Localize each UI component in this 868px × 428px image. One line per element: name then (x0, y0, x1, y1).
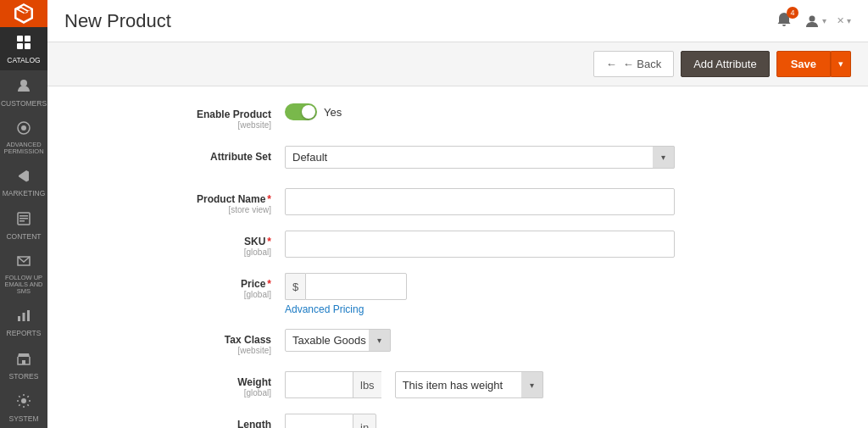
sidebar-item-customers-label: CUSTOMERS (1, 99, 47, 108)
sidebar-item-catalog-label: CATALOG (7, 56, 40, 64)
weight-field-name: Weight (237, 376, 271, 388)
product-form-content: Enable Product [website] Yes Attribute S… (47, 86, 868, 428)
weight-type-select-wrapper: This item has weight This item has no we… (395, 371, 543, 398)
advanced-pricing-link[interactable]: Advanced Pricing (285, 303, 407, 315)
page-title: New Product (64, 10, 171, 32)
enable-product-field-name: Enable Product (197, 108, 271, 120)
svg-rect-14 (22, 360, 25, 364)
sidebar-item-customers[interactable]: CUSTOMERS (0, 70, 47, 113)
weight-input[interactable] (285, 371, 353, 398)
svg-rect-3 (25, 43, 31, 49)
sidebar-item-content[interactable]: CONTENT (0, 203, 47, 246)
product-name-scope: [store view] (149, 205, 271, 214)
sku-row: SKU* [global] (149, 231, 776, 259)
price-input-row: $ (285, 273, 407, 300)
save-label: Save (791, 58, 816, 70)
back-button[interactable]: ← ← Back (593, 51, 675, 77)
svg-rect-2 (17, 43, 23, 49)
length-measure-wrapper: in (285, 414, 376, 428)
svg-rect-8 (19, 215, 28, 217)
svg-rect-11 (18, 316, 20, 321)
save-button[interactable]: Save (776, 51, 831, 77)
back-label: ← Back (623, 58, 662, 70)
weight-label-col: Weight [global] (149, 371, 285, 397)
back-arrow-icon: ← (606, 58, 617, 70)
length-field-name: Length (237, 419, 271, 428)
price-wrapper: $ Advanced Pricing (285, 273, 407, 315)
sidebar-item-system[interactable]: SYSTEM (0, 386, 47, 428)
close-icon: ✕ (837, 15, 844, 26)
attribute-set-field-name: Attribute Set (210, 151, 271, 163)
sidebar-item-stores-label: STORES (9, 372, 39, 381)
sidebar-item-followup[interactable]: FOLLOW UP EMAILS AND SMS (0, 246, 47, 301)
product-name-row: Product Name* [store view] (149, 188, 776, 217)
price-field-name: Price* (241, 278, 271, 290)
sidebar-item-catalog[interactable]: CATALOG (0, 27, 47, 69)
sku-required: * (267, 236, 271, 247)
sidebar-item-advancedpermission[interactable]: ADVANCED PERMISSION (0, 113, 47, 161)
enable-product-toggle[interactable] (285, 103, 317, 120)
price-row: Price* [global] $ Advanced Pricing (149, 273, 776, 315)
enable-product-control: Yes (285, 103, 776, 120)
save-button-group: Save ▾ (776, 51, 851, 77)
enable-product-value: Yes (324, 106, 342, 119)
customers-icon (16, 78, 31, 97)
weight-row: Weight [global] lbs This item has weight… (149, 371, 776, 400)
top-header: New Product 4 ▾ ✕ ▾ (47, 0, 868, 42)
stores-icon (16, 351, 31, 370)
length-input[interactable] (285, 414, 353, 428)
product-name-input[interactable] (285, 188, 675, 215)
sidebar-item-stores[interactable]: STORES (0, 343, 47, 386)
sidebar-logo[interactable] (0, 0, 47, 27)
svg-rect-12 (23, 313, 25, 321)
product-name-field-name: Product Name* (197, 193, 271, 205)
user-menu[interactable]: ▾ (805, 14, 826, 28)
sku-label-col: SKU* [global] (149, 231, 285, 257)
product-name-control (285, 188, 776, 215)
save-dropdown-button[interactable]: ▾ (831, 51, 851, 77)
price-prefix: $ (285, 273, 305, 300)
weight-unit: lbs (353, 371, 381, 398)
menu-chevron: ▾ (847, 16, 851, 25)
sku-input[interactable] (285, 231, 675, 258)
main-area: New Product 4 ▾ ✕ ▾ (47, 0, 868, 428)
system-icon (16, 393, 31, 412)
weight-type-select[interactable]: This item has weight This item has no we… (395, 371, 543, 398)
notifications-button[interactable]: 4 (773, 8, 795, 34)
svg-point-15 (21, 398, 26, 403)
price-label-col: Price* [global] (149, 273, 285, 299)
form-container: Enable Product [website] Yes Attribute S… (47, 86, 810, 428)
tax-class-row: Tax Class [website] Taxable Goods None ▾ (149, 329, 776, 358)
svg-point-16 (810, 15, 815, 21)
weight-control: lbs This item has weight This item has n… (285, 371, 776, 398)
sidebar: CATALOG CUSTOMERS ADVANCED PERMISSION MA… (0, 0, 47, 428)
reports-icon (16, 308, 31, 326)
tax-class-select[interactable]: Taxable Goods None (285, 329, 391, 352)
length-control: in (285, 414, 776, 428)
weight-scope: [global] (149, 388, 271, 397)
sidebar-item-content-label: CONTENT (6, 232, 41, 241)
attribute-set-control: Default ▾ (285, 146, 776, 169)
attribute-set-select-wrapper: Default ▾ (285, 146, 675, 169)
price-input[interactable] (305, 273, 407, 300)
sidebar-item-followup-label: FOLLOW UP EMAILS AND SMS (3, 275, 44, 296)
svg-point-6 (21, 125, 26, 131)
enable-product-row: Enable Product [website] Yes (149, 103, 776, 132)
advancedpermission-icon (16, 120, 31, 139)
sidebar-item-marketing[interactable]: MARKETING (0, 160, 47, 203)
weight-wrapper: lbs (285, 371, 381, 398)
save-dropdown-icon: ▾ (838, 58, 843, 69)
length-row: Length [store view] in (149, 414, 776, 428)
global-menu[interactable]: ✕ ▾ (837, 15, 851, 26)
svg-rect-1 (25, 36, 31, 42)
add-attribute-button[interactable]: Add Attribute (681, 51, 769, 77)
header-actions: 4 ▾ ✕ ▾ (773, 8, 851, 34)
sidebar-item-system-label: SYSTEM (9, 414, 39, 423)
product-name-required: * (267, 193, 271, 205)
length-unit: in (353, 414, 376, 428)
attribute-set-select[interactable]: Default (285, 146, 675, 169)
user-chevron: ▾ (822, 16, 826, 25)
product-name-label-col: Product Name* [store view] (149, 188, 285, 214)
sidebar-item-reports[interactable]: REPORTS (0, 300, 47, 342)
sku-field-name: SKU* (244, 236, 271, 247)
